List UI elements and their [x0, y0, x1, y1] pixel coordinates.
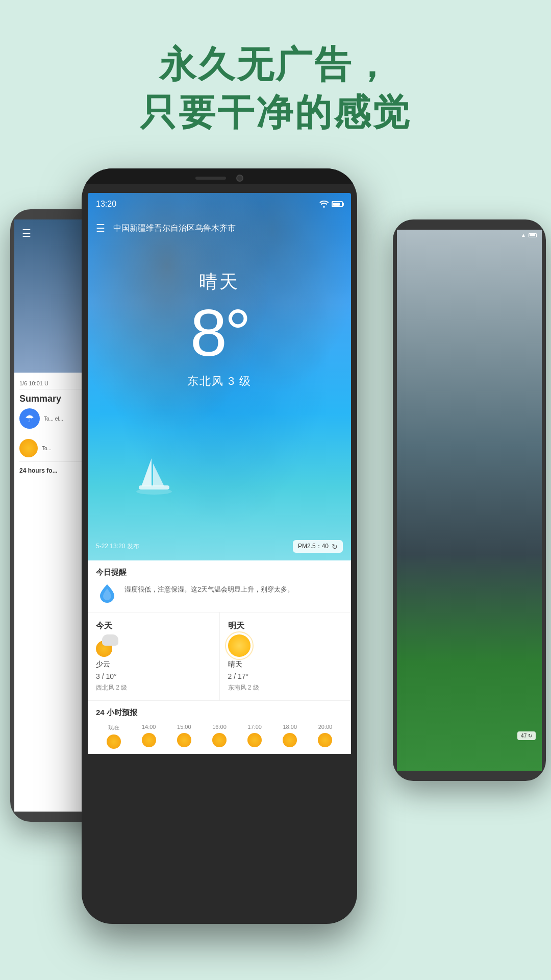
phone-center-screen: 13:20 ☰	[88, 193, 351, 898]
left-today-text: To...	[42, 446, 52, 451]
wifi-icon	[319, 201, 329, 208]
weather-wind: 东北风 3 级	[88, 374, 351, 389]
pm-badge[interactable]: PM2.5：40 ↻	[293, 540, 343, 553]
tomorrow-wind: 东南风 2 级	[228, 683, 259, 692]
right-pm-value: 47	[521, 733, 527, 739]
tomorrow-temp: 2 / 17°	[228, 672, 249, 680]
partly-cloudy-icon	[96, 634, 118, 657]
svg-marker-1	[153, 463, 164, 486]
hour-18: 18:00	[272, 724, 308, 749]
forecast-today: 今天 少云 3 / 10° 西北风 2 级	[88, 612, 220, 700]
phones-showcase: ☰ 1/6 1/6 10:01 U Summary ☂ To... el... …	[0, 168, 551, 980]
sailboat-illustration	[134, 453, 174, 499]
right-pm-badge: 47 ↻	[517, 731, 536, 740]
hour-label-18: 18:00	[283, 724, 297, 730]
pm-value: PM2.5：40	[298, 542, 329, 551]
hero-title: 永久无广告， 只要干净的感觉	[0, 0, 551, 136]
status-icons	[319, 201, 343, 208]
left-umbrella-text: To... el...	[44, 416, 63, 422]
hour-icon-17	[247, 733, 262, 747]
nav-bar: ☰ 中国新疆维吾尔自治区乌鲁木齐市	[88, 215, 351, 241]
battery-container	[332, 201, 343, 207]
hour-label-now: 现在	[108, 724, 119, 731]
hour-icon-14	[142, 733, 156, 747]
hamburger-menu-icon[interactable]: ☰	[96, 223, 105, 233]
location-label: 中国新疆维吾尔自治区乌鲁木齐市	[113, 223, 236, 234]
front-camera	[236, 175, 243, 182]
today-reminder: 今日提醒 湿度很低，注意保湿。这2天气温会明显上升，别穿太多。	[88, 560, 351, 612]
hour-label-20: 20:00	[318, 724, 333, 730]
reminder-text: 湿度很低，注意保湿。这2天气温会明显上升，别穿太多。	[124, 582, 294, 595]
weather-footer: 5-22 13:20 发布 PM2.5：40 ↻	[88, 532, 351, 560]
reminder-content: 湿度很低，注意保湿。这2天气温会明显上升，别穿太多。	[96, 582, 343, 605]
phone-center: 13:20 ☰	[82, 168, 357, 924]
hour-icon-20	[318, 733, 332, 747]
hero-line2: 只要干净的感觉	[0, 89, 551, 137]
phone-right-bg	[397, 230, 542, 771]
status-time: 13:20	[96, 200, 116, 209]
hour-label-15: 15:00	[177, 724, 191, 730]
battery-icon	[332, 201, 343, 207]
hour-icon-15	[177, 733, 191, 747]
right-refresh-icon: ↻	[528, 733, 532, 739]
weather-main: 晴天 8° 东北风 3 级	[88, 270, 351, 389]
refresh-icon: ↻	[332, 543, 338, 551]
forecast-row: 今天 少云 3 / 10° 西北风 2 级 明天 晴天	[88, 612, 351, 701]
today-label: 今天	[96, 621, 112, 631]
hour-16: 16:00	[202, 724, 237, 749]
sun-icon-large	[228, 634, 251, 657]
hours-row: 现在 14:00 15:00 16:00	[96, 724, 343, 749]
hour-label-14: 14:00	[142, 724, 156, 730]
weather-panel: 今日提醒 湿度很低，注意保湿。这2天气温会明显上升，别穿太多。 今天	[88, 560, 351, 754]
weather-temperature: 8°	[88, 300, 351, 366]
speaker	[195, 177, 226, 180]
sun-icon-small	[19, 439, 38, 457]
left-menu-icon: ☰	[22, 227, 31, 239]
hours-title: 24 小时预报	[96, 708, 343, 718]
hour-now: 现在	[96, 724, 131, 749]
tomorrow-label: 明天	[228, 621, 244, 631]
umbrella-icon: ☂	[19, 408, 40, 429]
phone-top-bar	[82, 168, 357, 184]
hour-label-17: 17:00	[247, 724, 262, 730]
svg-marker-0	[141, 458, 152, 486]
right-statusbar: ▲	[402, 232, 537, 238]
right-battery-icon	[529, 233, 537, 237]
tomorrow-condition: 晴天	[228, 660, 242, 669]
hour-15: 15:00	[166, 724, 202, 749]
water-drop-icon	[96, 582, 118, 605]
hour-14: 14:00	[131, 724, 166, 749]
phone-right: ▲ 47 ↻	[393, 219, 546, 781]
hour-label-16: 16:00	[212, 724, 227, 730]
today-temp: 3 / 10°	[96, 672, 117, 680]
weather-condition: 晴天	[88, 270, 351, 295]
status-bar: 13:20	[88, 193, 351, 215]
hero-line1: 永久无广告，	[0, 41, 551, 89]
hours-forecast: 24 小时预报 现在 14:00 15:00	[88, 701, 351, 754]
today-wind: 西北风 2 级	[96, 683, 127, 692]
right-wifi-icon: ▲	[521, 232, 526, 238]
hour-20: 20:00	[308, 724, 343, 749]
hour-icon-now	[107, 734, 121, 749]
hour-17: 17:00	[237, 724, 272, 749]
phone-right-screen: ▲ 47 ↻	[397, 230, 542, 771]
reminder-title: 今日提醒	[96, 568, 343, 577]
forecast-tomorrow: 明天 晴天 2 / 17° 东南风 2 级	[220, 612, 352, 700]
hour-icon-18	[283, 733, 297, 747]
svg-point-3	[136, 488, 172, 495]
hour-icon-16	[212, 733, 227, 747]
publish-time: 5-22 13:20 发布	[96, 542, 139, 551]
today-condition: 少云	[96, 660, 110, 669]
weather-bg: 13:20 ☰	[88, 193, 351, 560]
